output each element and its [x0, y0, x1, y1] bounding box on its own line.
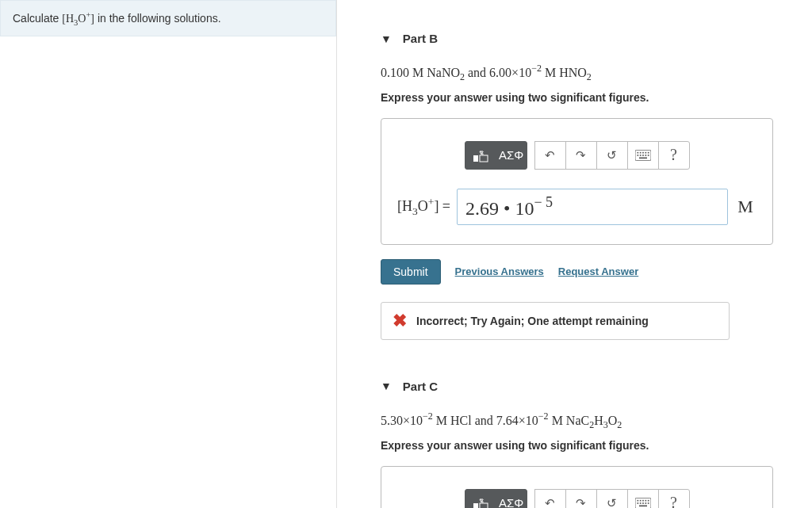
- svg-rect-0: [473, 155, 478, 162]
- part-b-answer-frame: x ΑΣΦ ↶ ↷ ↺ ? [H3O+] = 2.69 • 10− 5: [381, 118, 773, 245]
- svg-rect-26: [642, 502, 644, 504]
- reset-button[interactable]: ↺: [596, 489, 628, 508]
- help-button[interactable]: ?: [658, 489, 690, 508]
- svg-rect-4: [637, 152, 638, 154]
- svg-rect-25: [639, 502, 641, 504]
- feedback-text: Incorrect; Try Again; One attempt remain…: [416, 315, 649, 327]
- svg-rect-6: [642, 152, 644, 154]
- svg-rect-2: [480, 155, 488, 162]
- svg-rect-11: [642, 155, 644, 156]
- feedback-box: ✖ Incorrect; Try Again; One attempt rema…: [381, 302, 730, 340]
- svg-rect-15: [473, 503, 478, 508]
- question-panel: Calculate [H3O+] in the following soluti…: [0, 0, 337, 508]
- svg-rect-23: [647, 499, 649, 501]
- svg-rect-27: [645, 502, 646, 504]
- part-b-body: 0.100 M NaNO2 and 6.00×10−2 M HNO2 Expre…: [381, 63, 796, 340]
- svg-rect-9: [637, 155, 638, 156]
- part-c-prompt: 5.30×10−2 M HCl and 7.64×10−2 M NaC2H3O2: [381, 411, 796, 431]
- templates-button[interactable]: x: [465, 489, 496, 508]
- undo-button[interactable]: ↶: [534, 141, 566, 170]
- symbols-button[interactable]: ΑΣΦ: [496, 141, 527, 170]
- equation-toolbar: x ΑΣΦ ↶ ↷ ↺ ?: [397, 141, 756, 170]
- svg-rect-10: [639, 155, 641, 156]
- keyboard-button[interactable]: [627, 489, 659, 508]
- templates-button[interactable]: x: [465, 141, 496, 170]
- answer-row: [H3O+] = 2.69 • 10− 5 M: [397, 189, 756, 225]
- redo-button[interactable]: ↷: [565, 489, 597, 508]
- part-b-title: Part B: [403, 32, 438, 45]
- answer-panel: ▼ Part B 0.100 M NaNO2 and 6.00×10−2 M H…: [337, 0, 812, 508]
- question-suffix: in the following solutions.: [94, 12, 221, 25]
- part-c-instruction: Express your answer using two significan…: [381, 439, 796, 452]
- svg-rect-29: [639, 505, 647, 506]
- part-b-instruction: Express your answer using two significan…: [381, 91, 796, 104]
- answer-label: [H3O+] =: [397, 196, 450, 218]
- submit-button[interactable]: Submit: [381, 259, 441, 285]
- svg-rect-22: [645, 499, 646, 501]
- incorrect-icon: ✖: [393, 312, 407, 330]
- svg-rect-7: [645, 152, 646, 154]
- svg-rect-13: [647, 155, 649, 156]
- svg-rect-20: [639, 499, 641, 501]
- caret-down-icon: ▼: [381, 380, 392, 392]
- svg-rect-24: [637, 502, 638, 504]
- previous-answers-link[interactable]: Previous Answers: [455, 265, 544, 277]
- question-prefix: Calculate: [13, 12, 62, 25]
- svg-rect-21: [642, 499, 644, 501]
- redo-button[interactable]: ↷: [565, 141, 597, 170]
- svg-rect-8: [647, 152, 649, 154]
- part-c-body: 5.30×10−2 M HCl and 7.64×10−2 M NaC2H3O2…: [381, 411, 796, 508]
- request-answer-link[interactable]: Request Answer: [558, 265, 638, 277]
- part-c-answer-frame: x ΑΣΦ ↶ ↷ ↺ ?: [381, 466, 773, 508]
- undo-button[interactable]: ↶: [534, 489, 566, 508]
- help-button[interactable]: ?: [658, 141, 690, 170]
- svg-rect-14: [639, 157, 647, 159]
- part-b-header[interactable]: ▼ Part B: [381, 32, 796, 45]
- caret-down-icon: ▼: [381, 32, 392, 45]
- answer-unit: M: [734, 197, 756, 217]
- svg-rect-5: [639, 152, 641, 154]
- svg-rect-19: [637, 499, 638, 501]
- answer-input[interactable]: 2.69 • 10− 5: [457, 189, 728, 225]
- question-species: [H3O+]: [62, 13, 94, 25]
- equation-toolbar: x ΑΣΦ ↶ ↷ ↺ ?: [397, 489, 756, 508]
- part-c-header[interactable]: ▼ Part C: [381, 380, 796, 393]
- part-b-buttons: Submit Previous Answers Request Answer: [381, 259, 796, 285]
- answer-value: 2.69 • 10− 5: [465, 194, 553, 220]
- part-c-title: Part C: [403, 380, 438, 393]
- svg-rect-12: [645, 155, 646, 156]
- symbols-button[interactable]: ΑΣΦ: [496, 489, 527, 508]
- reset-button[interactable]: ↺: [596, 141, 628, 170]
- part-b-prompt: 0.100 M NaNO2 and 6.00×10−2 M HNO2: [381, 63, 796, 83]
- question-text: Calculate [H3O+] in the following soluti…: [0, 0, 336, 36]
- svg-rect-28: [647, 502, 649, 504]
- keyboard-button[interactable]: [627, 141, 659, 170]
